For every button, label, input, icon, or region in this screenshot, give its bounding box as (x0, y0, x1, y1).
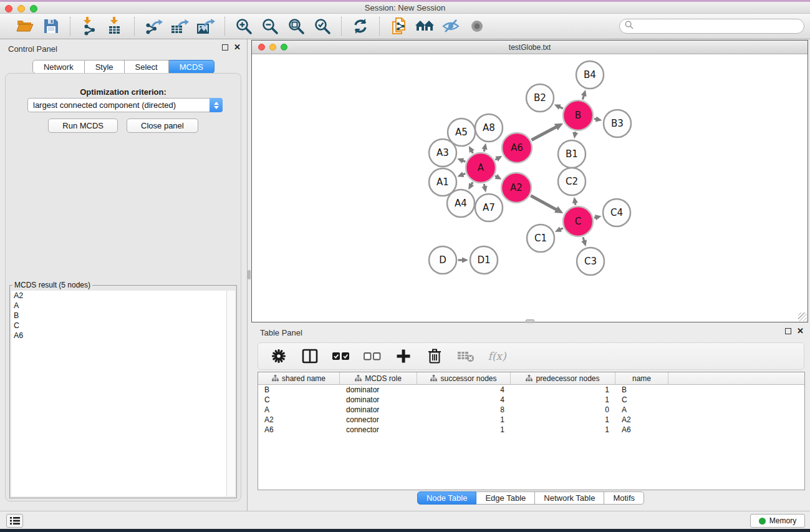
vertical-divider-handle[interactable] (248, 270, 251, 279)
table-cell[interactable]: 4 (417, 385, 511, 394)
table-cell[interactable]: A6 (258, 425, 340, 434)
close-panel-icon[interactable]: ✕ (234, 44, 241, 51)
tab-motifs[interactable]: Motifs (604, 491, 644, 505)
column-header-predecessor-nodes[interactable]: predecessor nodes (511, 372, 615, 384)
horizontal-divider-handle[interactable] (526, 319, 534, 323)
network-window-controls[interactable] (258, 44, 287, 51)
table-cell[interactable]: 1 (511, 395, 615, 404)
settings-gear-icon[interactable] (269, 347, 288, 365)
table-cell[interactable]: dominator (340, 385, 417, 394)
table-cell[interactable]: B (615, 385, 668, 394)
tab-style[interactable]: Style (85, 60, 125, 74)
table-cell[interactable]: 4 (417, 395, 511, 404)
export-table-icon[interactable] (169, 16, 190, 36)
zoom-fit-icon[interactable] (286, 16, 307, 36)
table-cell[interactable]: A2 (615, 415, 668, 424)
zoom-out-icon[interactable] (259, 16, 281, 36)
zoom-selected-icon[interactable] (312, 16, 333, 36)
network-zoom-button[interactable] (281, 44, 287, 51)
network-minimize-button[interactable] (269, 44, 276, 51)
result-item[interactable]: A2 (11, 291, 235, 301)
table-float-panel-icon[interactable] (785, 328, 791, 334)
tab-select[interactable]: Select (125, 60, 169, 74)
table-row[interactable]: A6connector11A6 (258, 425, 804, 435)
result-scrollbar[interactable] (226, 291, 235, 496)
network-canvas[interactable]: AA1A2A3A4A5A6A7A8BB1B2B3B4CC1C2C3C4DD1 (252, 54, 808, 322)
table-cell[interactable]: 1 (417, 425, 511, 434)
float-panel-icon[interactable] (222, 44, 228, 51)
table-cell[interactable]: 0 (511, 405, 615, 414)
table-close-panel-icon[interactable]: ✕ (797, 328, 804, 334)
table-row[interactable]: Bdominator41B (258, 385, 804, 395)
tab-node-table[interactable]: Node Table (417, 491, 477, 505)
table-cell[interactable]: connector (340, 425, 417, 434)
window-resize-grip[interactable] (798, 312, 807, 321)
table-cell[interactable]: 1 (511, 425, 615, 434)
table-row[interactable]: Cdominator41C (258, 395, 804, 405)
minimize-window-button[interactable] (17, 5, 25, 12)
column-header-name[interactable]: name (615, 372, 668, 384)
network-close-button[interactable] (258, 44, 265, 51)
home-pair-icon[interactable] (414, 16, 435, 36)
result-item[interactable]: B (11, 311, 235, 321)
table-cell[interactable]: A2 (258, 415, 340, 424)
open-file-icon[interactable] (14, 16, 36, 36)
import-network-icon[interactable] (79, 16, 100, 36)
search-input[interactable] (634, 22, 804, 31)
tab-network-table[interactable]: Network Table (535, 491, 604, 505)
table-row[interactable]: Adominator80A (258, 405, 804, 415)
table-cell[interactable]: connector (340, 415, 417, 424)
result-item[interactable]: A6 (11, 331, 235, 341)
edge-B-B4[interactable] (582, 95, 584, 100)
tab-mcds[interactable]: MCDS (169, 60, 215, 74)
delete-column-icon[interactable] (425, 347, 444, 365)
tab-edge-table[interactable]: Edge Table (476, 491, 535, 505)
column-header-successor-nodes[interactable]: successor nodes (417, 372, 511, 384)
table-cell[interactable]: dominator (340, 405, 417, 414)
import-table-icon[interactable] (105, 16, 126, 36)
table-cell[interactable]: 1 (417, 415, 511, 424)
result-item[interactable]: C (11, 321, 235, 331)
table-cell[interactable]: 1 (511, 385, 615, 394)
search-field[interactable] (619, 19, 804, 34)
eye-slash-icon[interactable] (440, 16, 461, 36)
close-window-button[interactable] (5, 5, 12, 12)
table-cell[interactable]: 1 (511, 415, 615, 424)
edge-A2-C[interactable] (531, 196, 556, 210)
mcds-result-list[interactable]: A2ABCA6 (11, 291, 235, 496)
copy-document-icon[interactable] (388, 16, 409, 36)
add-column-icon[interactable] (394, 347, 413, 365)
table-row[interactable]: A2connector11A2 (258, 415, 804, 425)
save-session-icon[interactable] (41, 16, 62, 36)
close-panel-button[interactable]: Close panel (127, 118, 198, 133)
select-all-icon[interactable] (332, 347, 350, 365)
result-item[interactable]: A (11, 301, 235, 311)
table-cell[interactable]: C (258, 395, 340, 404)
table-cell[interactable]: C (615, 395, 668, 404)
network-window-titlebar[interactable]: testGlobe.txt (252, 41, 808, 54)
table-cell[interactable]: A (615, 405, 668, 414)
edge-A6-B[interactable] (531, 127, 556, 140)
table-cell[interactable]: dominator (340, 395, 417, 404)
criterion-dropdown[interactable]: largest connected component (directed) (27, 98, 223, 112)
column-header-MCDS-role[interactable]: MCDS role (340, 372, 417, 384)
export-network-icon[interactable] (143, 16, 164, 36)
memory-button[interactable]: Memory (750, 514, 805, 528)
refresh-icon[interactable] (350, 16, 371, 36)
task-history-button[interactable] (6, 514, 23, 528)
eye-icon[interactable] (466, 16, 488, 36)
table-cell[interactable]: A6 (615, 425, 668, 434)
tab-network[interactable]: Network (32, 60, 85, 74)
table-cell[interactable]: B (258, 385, 340, 394)
network-graph[interactable]: AA1A2A3A4A5A6A7A8BB1B2B3B4CC1C2C3C4DD1 (252, 54, 808, 322)
split-panel-icon[interactable] (301, 347, 319, 365)
column-header-shared-name[interactable]: shared name (258, 372, 340, 384)
node-table[interactable]: shared nameMCDS rolesuccessor nodesprede… (258, 372, 805, 490)
run-mcds-button[interactable]: Run MCDS (48, 118, 118, 133)
window-controls[interactable] (5, 5, 37, 12)
export-image-icon[interactable] (195, 16, 216, 36)
zoom-window-button[interactable] (30, 5, 37, 12)
table-cell[interactable]: 8 (417, 405, 511, 414)
deselect-all-icon[interactable] (363, 347, 382, 365)
table-cell[interactable]: A (258, 405, 340, 414)
